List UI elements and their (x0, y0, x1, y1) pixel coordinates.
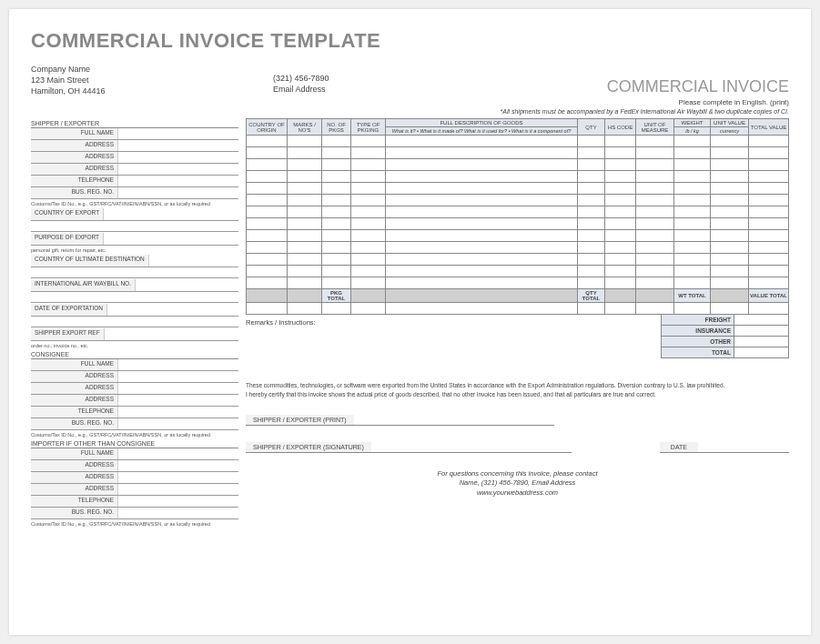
left-column: SHIPPER / EXPORTER FULL NAME ADDRESS ADD… (31, 118, 238, 528)
consignee-busreg[interactable]: BUS. REG. NO. (31, 418, 238, 430)
page-title: COMMERCIAL INVOICE TEMPLATE (31, 29, 789, 53)
table-row[interactable] (247, 230, 789, 242)
th-country-origin: COUNTRY OF ORIGIN (247, 119, 288, 136)
shipper-fullname[interactable]: FULL NAME (31, 128, 238, 140)
sig-print-row: SHIPPER / EXPORTER (PRINT) (246, 415, 789, 426)
other-value[interactable] (734, 337, 789, 347)
consignee-telephone[interactable]: TELEPHONE (31, 407, 238, 418)
th-unit-value-sub: currency (711, 127, 749, 136)
shipper-address3[interactable]: ADDRESS (31, 164, 238, 176)
table-row[interactable] (247, 218, 789, 230)
table-row[interactable] (247, 171, 789, 183)
th-unit-value: UNIT VALUE (711, 119, 749, 127)
shipper-address2[interactable]: ADDRESS (31, 152, 238, 164)
sig-signature-row: SHIPPER / EXPORTER (SIGNATURE) DATE (246, 442, 789, 453)
date-export-field[interactable]: DATE OF EXPORTATION (31, 304, 238, 317)
customs-note-1: Customs/Tax ID No., e.g., GST/RFC/VAT/IN… (31, 201, 238, 206)
country-export-field[interactable]: COUNTRY OF EXPORT (31, 208, 238, 221)
shipper-ref-field[interactable]: SHIPPER EXPORT REF (31, 328, 238, 341)
header-row: Company Name 123 Main Street Hamilton, O… (31, 64, 789, 96)
goods-tbody: PKG TOTAL QTY TOTAL WT TOTAL VALUE TOTAL (247, 136, 789, 315)
cert-line-1: These commodities, technologies, or soft… (246, 381, 789, 389)
purpose-note: personal gift, return for repair, etc. (31, 247, 238, 253)
document-title: COMMERCIAL INVOICE (607, 77, 789, 96)
shipper-address1[interactable]: ADDRESS (31, 140, 238, 152)
freight-label: FREIGHT (662, 315, 734, 326)
customs-note-3: Customs/Tax ID No., e.g., GST/RFC/VAT/IN… (31, 521, 238, 527)
freight-value[interactable] (734, 315, 789, 326)
other-label: OTHER (662, 337, 734, 347)
th-weight-sub: lb / kg (674, 127, 711, 136)
table-row[interactable] (247, 136, 789, 147)
th-full-desc: FULL DESCRIPTION OF GOODS (386, 119, 578, 127)
importer-address1[interactable]: ADDRESS (31, 460, 238, 472)
table-row[interactable] (247, 266, 789, 277)
shipper-header: SHIPPER / EXPORTER (31, 119, 238, 128)
table-row[interactable] (247, 242, 789, 254)
order-note: order no., invoice no., etc. (31, 343, 238, 348)
th-hs-code: HS CODE (605, 119, 636, 136)
wt-total-label: WT TOTAL (674, 289, 711, 303)
consignee-header: CONSIGNEE (31, 350, 238, 359)
country-export-value[interactable] (31, 221, 238, 232)
shipper-print-field[interactable]: SHIPPER / EXPORTER (PRINT) (246, 415, 554, 426)
right-column: COUNTRY OF ORIGIN MARKS / NO'S NO. OF PK… (246, 118, 789, 528)
th-weight: WEIGHT (674, 119, 711, 127)
totals-value-row[interactable] (247, 303, 789, 315)
th-type-pkg: TYPE OF PKGING (351, 119, 386, 136)
consignee-fullname[interactable]: FULL NAME (31, 359, 238, 371)
shipper-telephone[interactable]: TELEPHONE (31, 176, 238, 187)
importer-address2[interactable]: ADDRESS (31, 472, 238, 484)
table-row[interactable] (247, 183, 789, 195)
totals-row: PKG TOTAL QTY TOTAL WT TOTAL VALUE TOTAL (247, 289, 789, 303)
importer-busreg[interactable]: BUS. REG. NO. (31, 508, 238, 519)
total-label: TOTAL (662, 347, 734, 358)
invoice-page: COMMERCIAL INVOICE TEMPLATE Company Name… (9, 9, 811, 635)
note-complete: Please complete in English. (print) (31, 98, 789, 106)
country-ultimate-field[interactable]: COUNTRY OF ULTIMATE DESTINATION (31, 255, 238, 267)
company-street: 123 Main Street (31, 75, 106, 86)
importer-header: IMPORTER IF OTHER THAN CONSIGNEE (31, 439, 238, 448)
total-value[interactable] (734, 347, 789, 358)
date-export-value[interactable] (31, 317, 238, 327)
date-field[interactable]: DATE (660, 442, 789, 453)
shipper-signature-field[interactable]: SHIPPER / EXPORTER (SIGNATURE) (246, 442, 572, 453)
table-row[interactable] (247, 277, 789, 289)
consignee-address2[interactable]: ADDRESS (31, 383, 238, 395)
th-marks: MARKS / NO'S (288, 119, 322, 136)
table-row[interactable] (247, 159, 789, 171)
footer-line-3: www.yourwebaddress.com (246, 488, 789, 498)
customs-note-2: Customs/Tax ID No., e.g., GST/RFC/VAT/IN… (31, 432, 238, 438)
footer-line-1: For questions concerning this invoice, p… (246, 469, 789, 479)
table-row[interactable] (247, 147, 789, 159)
purpose-export-field[interactable]: PURPOSE OF EXPORT (31, 233, 238, 246)
awb-value[interactable] (31, 292, 238, 303)
th-total-value: TOTAL VALUE (749, 119, 789, 136)
insurance-label: INSURANCE (662, 326, 734, 337)
table-row[interactable] (247, 254, 789, 266)
company-contact: (321) 456-7890 Email Address (273, 73, 329, 95)
note-awb: *All shipments must be accompanied by a … (31, 108, 789, 115)
consignee-address1[interactable]: ADDRESS (31, 371, 238, 383)
goods-table: COUNTRY OF ORIGIN MARKS / NO'S NO. OF PK… (246, 118, 789, 315)
footer-line-2: Name, (321) 456-7890, Email Address (246, 478, 789, 488)
importer-fullname[interactable]: FULL NAME (31, 448, 238, 460)
importer-address3[interactable]: ADDRESS (31, 484, 238, 496)
footer-block: For questions concerning this invoice, p… (246, 469, 789, 498)
th-no-pkgs: NO. OF PKGS (322, 119, 351, 136)
th-uom: UNIT OF MEASURE (636, 119, 674, 136)
importer-telephone[interactable]: TELEPHONE (31, 496, 238, 508)
table-row[interactable] (247, 195, 789, 206)
awb-field[interactable]: INTERNATIONAL AIR WAYBILL NO. (31, 279, 238, 292)
shipper-busreg[interactable]: BUS. REG. NO. (31, 187, 238, 199)
country-ultimate-value[interactable] (31, 267, 238, 278)
table-row[interactable] (247, 206, 789, 218)
th-qty: QTY (578, 119, 605, 136)
cert-block: These commodities, technologies, or soft… (246, 381, 789, 397)
th-desc-sub: What is it? • What is it made of? What i… (386, 127, 578, 136)
company-email: Email Address (273, 84, 329, 95)
company-phone: (321) 456-7890 (273, 73, 329, 84)
consignee-address3[interactable]: ADDRESS (31, 395, 238, 407)
insurance-value[interactable] (734, 326, 789, 337)
company-name: Company Name (31, 64, 106, 75)
